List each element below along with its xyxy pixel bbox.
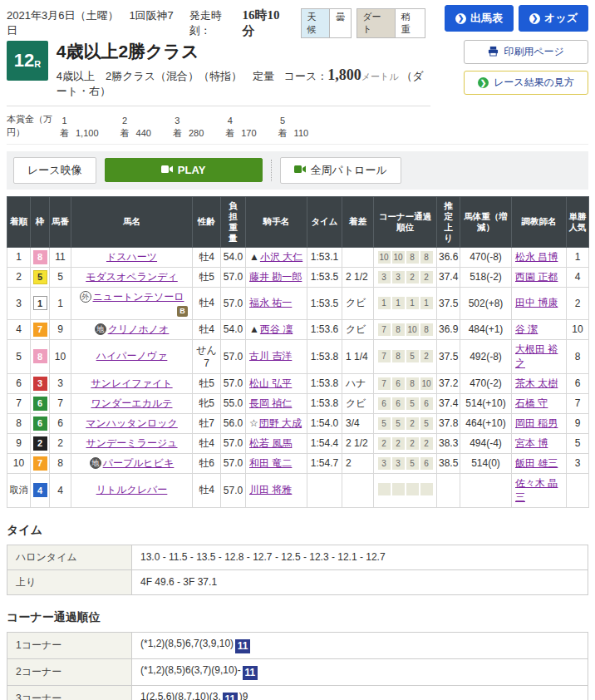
horse-name-link[interactable]: モダスオペランディ (86, 271, 178, 283)
weather-label: 天候 (302, 9, 330, 37)
table-row: 255モダスオペランディ牡557.0藤井 勘一郎1:53.52 1/233223… (7, 267, 589, 287)
waku-badge: 8 (33, 349, 47, 363)
printer-icon (488, 46, 499, 59)
time-row-label: 上り (7, 569, 132, 594)
jockey-name-link[interactable]: 小沢 大仁 (260, 251, 302, 263)
result-sex-age: 牡4 (193, 287, 221, 319)
result-margin (342, 473, 374, 507)
print-page-button[interactable]: 印刷用ページ (464, 40, 588, 64)
horse-name-link[interactable]: マンハッタンロック (86, 417, 178, 429)
corner-order-box: 7 (378, 350, 391, 362)
result-guide-label: レース結果の見方 (494, 76, 574, 90)
result-margin: 2 1/2 (342, 433, 374, 453)
result-weight: 56.0 (221, 413, 246, 433)
video-camera-icon (161, 164, 173, 176)
result-sex-age: 牡6 (193, 453, 221, 473)
corner-order-box (378, 483, 391, 495)
start-time-label: 発走時刻： (189, 8, 243, 38)
result-last3f: 37.4 (437, 393, 460, 413)
horse-name-link[interactable]: ワンダーエカルテ (91, 397, 173, 409)
track-condition-badge: ダート 稍重 (357, 8, 425, 38)
race-distance: 1,800 (327, 67, 361, 83)
result-waku: 6 (31, 413, 50, 433)
trainer-name-link[interactable]: 西園 正都 (515, 271, 558, 283)
patrol-video-button[interactable]: 全周パトロール (280, 157, 401, 184)
corner-order-box: 6 (392, 377, 405, 390)
corner-order-box: 2 (420, 271, 433, 283)
trainer-name-link[interactable]: 岡田 稲男 (515, 417, 558, 429)
jockey-name-link[interactable]: 福永 祐一 (249, 297, 292, 308)
play-button[interactable]: PLAY (105, 158, 263, 182)
jockey-name-link[interactable]: 藤井 勘一郎 (249, 271, 302, 283)
result-waku: 3 (31, 373, 50, 393)
horse-name-link[interactable]: サンデーミラージュ (86, 437, 178, 449)
horse-name-link[interactable]: ドスハーツ (106, 251, 157, 263)
horse-name-link[interactable]: ハイパーノヴァ (96, 350, 168, 362)
result-weight: 57.0 (221, 433, 246, 453)
result-weight: 57.0 (221, 473, 246, 507)
race-video-button[interactable]: レース映像 (13, 157, 96, 184)
horse-name-link[interactable]: ニュートンテソーロ (93, 291, 184, 303)
trainer-name-link[interactable]: 宮本 博 (515, 437, 548, 449)
jockey-name-link[interactable]: 松山 弘平 (249, 377, 292, 389)
result-horse-number: 3 (50, 373, 71, 393)
result-position: 10 (7, 453, 31, 473)
results-header-0: 着順 (7, 196, 31, 247)
result-horse-number: 4 (50, 473, 71, 507)
arrow-circle-icon: ❯ (478, 77, 489, 88)
jockey-name-link[interactable]: 長岡 禎仁 (249, 397, 292, 409)
horse-name-link[interactable]: パープルヒビキ (103, 457, 175, 469)
result-guide-button[interactable]: ❯ レース結果の見方 (464, 71, 588, 95)
jockey-name-link[interactable]: 古川 吉洋 (249, 350, 292, 362)
result-body-weight (460, 473, 512, 507)
result-weight: 54.0 (221, 319, 246, 339)
corner-order-box: 7 (378, 377, 391, 390)
jockey-name-link[interactable]: 川田 将雅 (249, 484, 292, 495)
result-waku: 7 (31, 319, 50, 339)
jockey-name-link[interactable]: 松若 風馬 (249, 437, 292, 449)
trainer-name-link[interactable]: 石橋 守 (515, 397, 548, 409)
trainer-name-link[interactable]: 田中 博康 (515, 297, 558, 308)
odds-button[interactable]: ❯ オッズ (519, 5, 588, 32)
result-horse-name: ドスハーツ (71, 247, 193, 267)
result-horse-name: リトルクレバー (71, 473, 193, 507)
jockey-name-link[interactable]: 和田 竜二 (249, 457, 292, 469)
horse-name-link[interactable]: リトルクレバー (96, 484, 168, 495)
jockey-name-link[interactable]: 団野 大成 (259, 417, 302, 429)
corner-order-box: 2 (392, 437, 405, 450)
result-body-weight: 464(+10) (460, 413, 512, 433)
trainer-name-link[interactable]: 松永 昌博 (515, 251, 558, 263)
horse-name-link[interactable]: サンレイファイト (91, 377, 172, 389)
trainer-name-link[interactable]: 谷 潔 (515, 323, 538, 335)
prize-item: 5着110 (278, 115, 309, 139)
corner-order-box: 10 (392, 251, 405, 264)
track-label: ダート (357, 9, 395, 37)
result-position: 6 (7, 373, 31, 393)
time-section-title: タイム (7, 523, 588, 538)
result-horse-number: 2 (50, 433, 71, 453)
result-jockey: 松若 風馬 (246, 433, 307, 453)
shutsuba-button[interactable]: ❯ 出馬表 (445, 5, 514, 32)
corner-order-box: 8 (392, 350, 405, 362)
trainer-name-link[interactable]: 佐々木 晶三 (515, 477, 558, 503)
race-number-badge: 12 R (7, 41, 48, 81)
waku-badge: 1 (33, 296, 47, 310)
corner-order-box: 8 (406, 251, 419, 264)
trainer-name-link[interactable]: 茶木 太樹 (515, 377, 558, 389)
jockey-name-link[interactable]: 西谷 凜 (260, 323, 293, 335)
result-weight: 57.0 (221, 267, 246, 287)
horse-name-link[interactable]: クリノホノオ (108, 323, 170, 335)
corner-order-box: 2 (420, 350, 433, 362)
result-horse-name: 外ニュートンテソーロB (71, 287, 193, 319)
prize-rank: 2着 (120, 115, 130, 139)
prize-rank-number: 2 (122, 115, 127, 126)
trainer-name-link[interactable]: 大根田 裕之 (515, 343, 558, 369)
corner-order-box: 5 (406, 397, 419, 410)
corner-order-box: 2 (406, 437, 419, 450)
result-last3f: 37.2 (437, 373, 460, 393)
trainer-name-link[interactable]: 飯田 雄三 (515, 457, 558, 469)
corner-order-box: 5 (420, 417, 433, 430)
result-time: 1:53.5 (307, 267, 342, 287)
corner-order-box: 3 (392, 457, 405, 470)
result-jockey: 福永 祐一 (246, 287, 307, 319)
